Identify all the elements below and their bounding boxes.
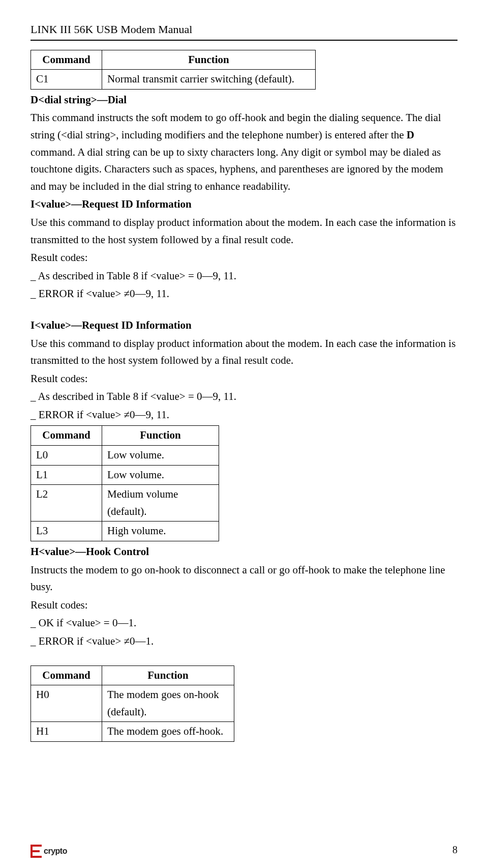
request-id-heading-2: I<value>—Request ID Information <box>30 317 458 334</box>
table2-cell-func: Low volume. <box>102 446 219 466</box>
table1-cell-func: Normal transmit carrier switching (defau… <box>102 70 316 90</box>
request-id-heading-1: I<value>—Request ID Information <box>30 196 458 213</box>
hook-heading: H<value>—Hook Control <box>30 543 458 561</box>
result-code-2a: _ As described in Table 8 if <value> = 0… <box>30 388 458 406</box>
table3-cell-func: The modem goes off-hook. <box>102 722 234 742</box>
table3-cell-cmd: H0 <box>31 685 102 722</box>
table-row: L2 Medium volume (default). <box>31 485 219 522</box>
hook-rc-2: _ ERROR if <value> ≠0—1. <box>30 633 458 650</box>
dial-heading: D<dial string>—Dial <box>30 92 458 109</box>
hook-rc-1: _ OK if <value> = 0—1. <box>30 615 458 632</box>
table-row: L1 Low volume. <box>31 465 219 485</box>
table-row: L3 High volume. <box>31 522 219 541</box>
dial-bold-d: D <box>407 129 414 141</box>
table1-cell-cmd: C1 <box>31 70 102 90</box>
table3-cell-func: The modem goes on-hook (default). <box>102 685 234 722</box>
page-footer: crypto 8 <box>30 842 458 858</box>
table2-head-function: Function <box>102 426 219 446</box>
table2-cell-func: Medium volume (default). <box>102 485 219 522</box>
table3-head-command: Command <box>31 666 102 685</box>
request-id-para-2: Use this command to display product info… <box>30 335 458 369</box>
table-row: H1 The modem goes off-hook. <box>31 722 234 742</box>
table1-head-function: Function <box>102 50 316 70</box>
table2-head-command: Command <box>31 426 102 446</box>
logo: crypto <box>30 845 67 858</box>
table-hook: Command Function H0 The modem goes on-ho… <box>30 666 234 742</box>
hook-rc-label: Result codes: <box>30 597 458 614</box>
hook-para: Instructs the modem to go on-hook to dis… <box>30 562 458 596</box>
result-codes-label-2: Result codes: <box>30 370 458 388</box>
table1-head-command: Command <box>31 50 102 70</box>
dial-para-text2: command. A dial string can be up to sixt… <box>30 146 443 192</box>
table2-cell-cmd: L1 <box>31 465 102 485</box>
dial-para-text1: This command instructs the soft modem to… <box>30 111 441 141</box>
logo-text: crypto <box>44 845 67 858</box>
header-line: LINK III 56K USB Modem Manual <box>30 20 458 41</box>
result-code-2b: _ ERROR if <value> ≠0—9, 11. <box>30 407 458 424</box>
table2-cell-cmd: L0 <box>31 446 102 466</box>
table-row: L0 Low volume. <box>31 446 219 466</box>
table-volume: Command Function L0 Low volume. L1 Low v… <box>30 425 219 541</box>
table2-cell-func: Low volume. <box>102 465 219 485</box>
table2-cell-cmd: L3 <box>31 522 102 541</box>
table-row: H0 The modem goes on-hook (default). <box>31 685 234 722</box>
page-number: 8 <box>452 842 458 858</box>
table3-cell-cmd: H1 <box>31 722 102 742</box>
table-command-c1: Command Function C1 Normal transmit carr… <box>30 50 316 90</box>
table2-cell-cmd: L2 <box>31 485 102 522</box>
result-code-1a: _ As described in Table 8 if <value> = 0… <box>30 268 458 285</box>
result-code-1b: _ ERROR if <value> ≠0—9, 11. <box>30 285 458 303</box>
request-id-para-1: Use this command to display product info… <box>30 214 458 248</box>
table3-head-function: Function <box>102 666 234 685</box>
table-row: C1 Normal transmit carrier switching (de… <box>31 70 316 90</box>
result-codes-label-1: Result codes: <box>30 249 458 267</box>
page-header-title: LINK III 56K USB Modem Manual <box>30 23 192 36</box>
logo-icon <box>30 845 42 858</box>
table2-cell-func: High volume. <box>102 522 219 541</box>
dial-paragraph: This command instructs the soft modem to… <box>30 109 458 195</box>
